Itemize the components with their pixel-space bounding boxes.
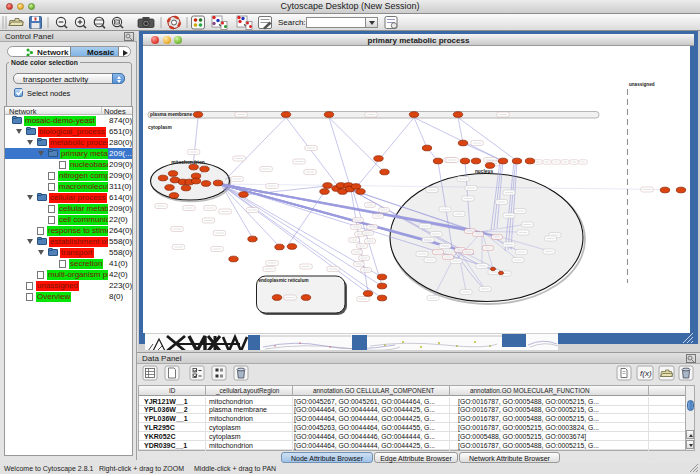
svg-text:endoplasmic reticulum: endoplasmic reticulum bbox=[259, 278, 309, 283]
svg-text:nucleus: nucleus bbox=[475, 169, 493, 174]
svg-text:plasma membrane: plasma membrane bbox=[150, 112, 192, 117]
svg-text:f(x): f(x) bbox=[640, 369, 652, 378]
svg-text:cytoplasm: cytoplasm bbox=[148, 125, 172, 130]
svg-text:unassigned: unassigned bbox=[629, 82, 655, 87]
svg-text:mitochondrion: mitochondrion bbox=[171, 160, 205, 165]
